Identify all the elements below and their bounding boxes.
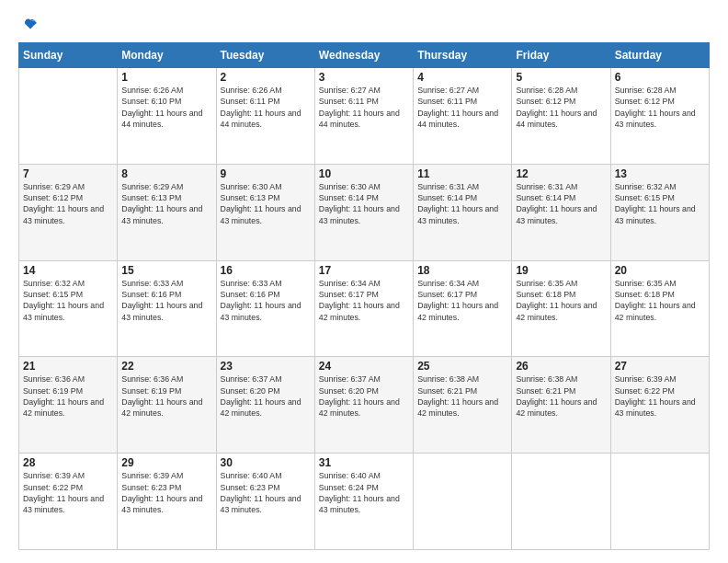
calendar-cell: 8Sunrise: 6:29 AM Sunset: 6:13 PM Daylig… xyxy=(118,164,216,260)
day-number: 11 xyxy=(417,167,507,180)
day-number: 13 xyxy=(615,167,705,180)
calendar-day-header: Thursday xyxy=(414,43,512,68)
day-info: Sunrise: 6:27 AM Sunset: 6:11 PM Dayligh… xyxy=(319,85,409,130)
calendar-cell: 4Sunrise: 6:27 AM Sunset: 6:11 PM Daylig… xyxy=(414,68,512,165)
day-info: Sunrise: 6:38 AM Sunset: 6:21 PM Dayligh… xyxy=(516,373,606,419)
day-info: Sunrise: 6:34 AM Sunset: 6:17 PM Dayligh… xyxy=(417,278,507,323)
calendar-day-header: Saturday xyxy=(610,43,709,68)
calendar-cell: 13Sunrise: 6:32 AM Sunset: 6:15 PM Dayli… xyxy=(610,164,709,260)
day-number: 20 xyxy=(615,264,705,277)
day-number: 2 xyxy=(221,71,311,84)
logo xyxy=(18,17,40,33)
calendar-table: SundayMondayTuesdayWednesdayThursdayFrid… xyxy=(18,42,710,550)
calendar-cell: 10Sunrise: 6:30 AM Sunset: 6:14 PM Dayli… xyxy=(314,164,413,260)
day-info: Sunrise: 6:39 AM Sunset: 6:22 PM Dayligh… xyxy=(23,470,113,515)
calendar-cell: 28Sunrise: 6:39 AM Sunset: 6:22 PM Dayli… xyxy=(19,454,118,550)
day-info: Sunrise: 6:31 AM Sunset: 6:14 PM Dayligh… xyxy=(516,181,606,226)
day-number: 3 xyxy=(319,71,409,84)
calendar-cell: 15Sunrise: 6:33 AM Sunset: 6:16 PM Dayli… xyxy=(118,260,216,357)
day-number: 4 xyxy=(417,71,507,84)
day-number: 29 xyxy=(121,456,211,469)
day-number: 10 xyxy=(319,167,409,180)
day-number: 15 xyxy=(121,264,211,277)
day-number: 8 xyxy=(121,167,211,180)
calendar-cell: 17Sunrise: 6:34 AM Sunset: 6:17 PM Dayli… xyxy=(314,260,413,357)
calendar-cell: 30Sunrise: 6:40 AM Sunset: 6:23 PM Dayli… xyxy=(216,454,314,550)
day-info: Sunrise: 6:39 AM Sunset: 6:22 PM Dayligh… xyxy=(615,373,705,419)
day-number: 27 xyxy=(615,360,705,373)
header xyxy=(18,17,710,33)
day-number: 9 xyxy=(221,167,311,180)
calendar-cell xyxy=(414,454,512,550)
day-number: 19 xyxy=(516,264,606,277)
day-number: 18 xyxy=(417,264,507,277)
calendar-cell: 31Sunrise: 6:40 AM Sunset: 6:24 PM Dayli… xyxy=(314,454,413,550)
day-info: Sunrise: 6:37 AM Sunset: 6:20 PM Dayligh… xyxy=(221,373,311,419)
calendar-cell: 14Sunrise: 6:32 AM Sunset: 6:15 PM Dayli… xyxy=(19,260,118,357)
day-info: Sunrise: 6:30 AM Sunset: 6:13 PM Dayligh… xyxy=(221,181,311,226)
day-number: 14 xyxy=(23,264,113,277)
calendar-cell: 27Sunrise: 6:39 AM Sunset: 6:22 PM Dayli… xyxy=(610,357,709,454)
day-number: 1 xyxy=(121,71,211,84)
day-info: Sunrise: 6:37 AM Sunset: 6:20 PM Dayligh… xyxy=(319,373,409,419)
day-number: 25 xyxy=(417,360,507,373)
day-info: Sunrise: 6:33 AM Sunset: 6:16 PM Dayligh… xyxy=(121,278,211,323)
day-number: 26 xyxy=(516,360,606,373)
day-info: Sunrise: 6:32 AM Sunset: 6:15 PM Dayligh… xyxy=(23,278,113,323)
day-info: Sunrise: 6:27 AM Sunset: 6:11 PM Dayligh… xyxy=(417,85,507,130)
day-number: 28 xyxy=(23,456,113,469)
day-info: Sunrise: 6:38 AM Sunset: 6:21 PM Dayligh… xyxy=(417,373,507,419)
calendar-cell: 1Sunrise: 6:26 AM Sunset: 6:10 PM Daylig… xyxy=(118,68,216,165)
day-info: Sunrise: 6:36 AM Sunset: 6:19 PM Dayligh… xyxy=(23,373,113,419)
calendar-cell: 24Sunrise: 6:37 AM Sunset: 6:20 PM Dayli… xyxy=(314,357,413,454)
logo-bird-icon xyxy=(22,17,39,33)
day-number: 5 xyxy=(516,71,606,84)
calendar-day-header: Monday xyxy=(118,43,216,68)
day-number: 21 xyxy=(23,360,113,373)
calendar-cell: 5Sunrise: 6:28 AM Sunset: 6:12 PM Daylig… xyxy=(512,68,610,165)
calendar-cell: 23Sunrise: 6:37 AM Sunset: 6:20 PM Dayli… xyxy=(216,357,314,454)
calendar-week-row: 1Sunrise: 6:26 AM Sunset: 6:10 PM Daylig… xyxy=(19,68,710,165)
day-info: Sunrise: 6:26 AM Sunset: 6:11 PM Dayligh… xyxy=(221,85,311,130)
day-number: 31 xyxy=(319,456,409,469)
calendar-cell: 12Sunrise: 6:31 AM Sunset: 6:14 PM Dayli… xyxy=(512,164,610,260)
day-info: Sunrise: 6:34 AM Sunset: 6:17 PM Dayligh… xyxy=(319,278,409,323)
calendar-week-row: 7Sunrise: 6:29 AM Sunset: 6:12 PM Daylig… xyxy=(19,164,710,260)
day-number: 17 xyxy=(319,264,409,277)
calendar-cell: 16Sunrise: 6:33 AM Sunset: 6:16 PM Dayli… xyxy=(216,260,314,357)
calendar-week-row: 21Sunrise: 6:36 AM Sunset: 6:19 PM Dayli… xyxy=(19,357,710,454)
day-info: Sunrise: 6:29 AM Sunset: 6:12 PM Dayligh… xyxy=(23,181,113,226)
day-info: Sunrise: 6:31 AM Sunset: 6:14 PM Dayligh… xyxy=(417,181,507,226)
calendar-week-row: 28Sunrise: 6:39 AM Sunset: 6:22 PM Dayli… xyxy=(19,454,710,550)
calendar-header-row: SundayMondayTuesdayWednesdayThursdayFrid… xyxy=(19,43,710,68)
day-info: Sunrise: 6:35 AM Sunset: 6:18 PM Dayligh… xyxy=(516,278,606,323)
calendar-cell: 2Sunrise: 6:26 AM Sunset: 6:11 PM Daylig… xyxy=(216,68,314,165)
calendar-day-header: Sunday xyxy=(19,43,118,68)
day-number: 12 xyxy=(516,167,606,180)
day-info: Sunrise: 6:28 AM Sunset: 6:12 PM Dayligh… xyxy=(516,85,606,130)
day-number: 7 xyxy=(23,167,113,180)
day-info: Sunrise: 6:33 AM Sunset: 6:16 PM Dayligh… xyxy=(221,278,311,323)
page: SundayMondayTuesdayWednesdayThursdayFrid… xyxy=(0,0,728,563)
calendar-cell: 20Sunrise: 6:35 AM Sunset: 6:18 PM Dayli… xyxy=(610,260,709,357)
calendar-cell xyxy=(512,454,610,550)
calendar-day-header: Tuesday xyxy=(216,43,314,68)
day-info: Sunrise: 6:40 AM Sunset: 6:24 PM Dayligh… xyxy=(319,470,409,515)
day-number: 22 xyxy=(121,360,211,373)
calendar-day-header: Wednesday xyxy=(314,43,413,68)
day-number: 30 xyxy=(221,456,311,469)
calendar-cell: 11Sunrise: 6:31 AM Sunset: 6:14 PM Dayli… xyxy=(414,164,512,260)
calendar-cell: 25Sunrise: 6:38 AM Sunset: 6:21 PM Dayli… xyxy=(414,357,512,454)
day-info: Sunrise: 6:36 AM Sunset: 6:19 PM Dayligh… xyxy=(121,373,211,419)
calendar-cell: 21Sunrise: 6:36 AM Sunset: 6:19 PM Dayli… xyxy=(19,357,118,454)
day-info: Sunrise: 6:26 AM Sunset: 6:10 PM Dayligh… xyxy=(121,85,211,130)
calendar-cell: 7Sunrise: 6:29 AM Sunset: 6:12 PM Daylig… xyxy=(19,164,118,260)
day-info: Sunrise: 6:40 AM Sunset: 6:23 PM Dayligh… xyxy=(221,470,311,515)
calendar-cell: 29Sunrise: 6:39 AM Sunset: 6:23 PM Dayli… xyxy=(118,454,216,550)
calendar-cell: 6Sunrise: 6:28 AM Sunset: 6:12 PM Daylig… xyxy=(610,68,709,165)
day-number: 6 xyxy=(615,71,705,84)
calendar-cell: 26Sunrise: 6:38 AM Sunset: 6:21 PM Dayli… xyxy=(512,357,610,454)
day-info: Sunrise: 6:35 AM Sunset: 6:18 PM Dayligh… xyxy=(615,278,705,323)
day-info: Sunrise: 6:30 AM Sunset: 6:14 PM Dayligh… xyxy=(319,181,409,226)
day-info: Sunrise: 6:39 AM Sunset: 6:23 PM Dayligh… xyxy=(121,470,211,515)
